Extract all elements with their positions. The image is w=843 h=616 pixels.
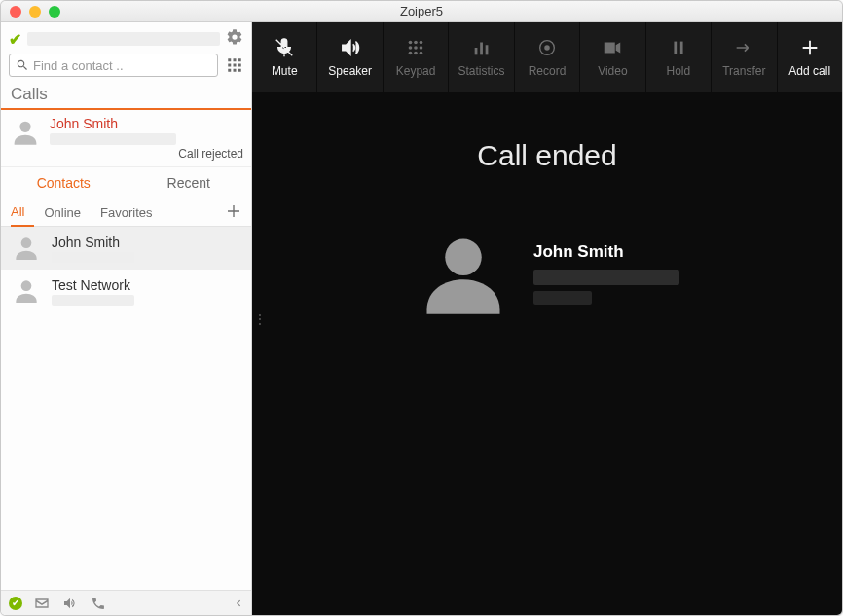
dialpad-button[interactable] xyxy=(226,56,243,74)
svg-rect-1 xyxy=(234,58,237,61)
speaker-button[interactable]: Speaker xyxy=(317,22,383,92)
svg-point-9 xyxy=(19,122,30,132)
svg-point-12 xyxy=(409,41,413,45)
call-contact-name: John Smith xyxy=(50,116,243,131)
svg-point-28 xyxy=(445,239,482,276)
search-icon xyxy=(16,58,29,72)
avatar-icon xyxy=(11,233,42,264)
call-contact-block: John Smith xyxy=(415,225,679,322)
avatar-icon xyxy=(11,275,42,307)
dialpad-icon xyxy=(226,56,243,74)
speaker-icon[interactable] xyxy=(61,596,79,611)
settings-button[interactable] xyxy=(226,28,243,50)
search-input[interactable] xyxy=(33,58,211,73)
account-row: ✔ xyxy=(1,22,251,54)
main-tabs: Contacts Recent xyxy=(1,167,251,199)
tab-contacts[interactable]: Contacts xyxy=(1,167,127,199)
filter-online[interactable]: Online xyxy=(44,199,91,226)
video-button[interactable]: Video xyxy=(580,22,645,92)
transfer-icon xyxy=(733,37,754,58)
gear-icon xyxy=(226,28,243,46)
speaker-loud-icon xyxy=(340,37,361,58)
svg-point-16 xyxy=(414,46,418,50)
call-contact-detail-redacted xyxy=(533,291,592,305)
active-call-row[interactable]: John Smith Call rejected xyxy=(1,110,251,167)
sidebar: ✔ xyxy=(1,22,252,615)
keypad-button[interactable]: Keypad xyxy=(384,22,449,92)
hold-label: Hold xyxy=(667,64,691,78)
svg-rect-7 xyxy=(234,69,237,72)
svg-point-15 xyxy=(409,46,413,50)
svg-point-19 xyxy=(414,52,418,55)
call-contact-number-redacted xyxy=(533,270,679,285)
svg-point-13 xyxy=(414,41,418,45)
contact-detail-redacted xyxy=(52,252,134,263)
svg-rect-0 xyxy=(228,58,231,61)
svg-rect-23 xyxy=(485,45,488,54)
tab-recent[interactable]: Recent xyxy=(127,167,252,199)
collapse-icon[interactable] xyxy=(234,598,243,609)
svg-rect-21 xyxy=(474,48,477,54)
svg-point-10 xyxy=(21,237,32,248)
keypad-label: Keypad xyxy=(396,64,436,78)
video-label: Video xyxy=(598,64,627,78)
add-call-label: Add call xyxy=(788,64,830,78)
record-button[interactable]: Record xyxy=(515,22,580,92)
call-status-heading: Call ended xyxy=(477,139,616,172)
titlebar: Zoiper5 xyxy=(1,1,842,22)
contact-name: John Smith xyxy=(52,235,134,250)
status-bar: ✔ xyxy=(1,590,251,615)
filter-favorites[interactable]: Favorites xyxy=(100,199,162,226)
transfer-label: Transfer xyxy=(722,64,765,78)
svg-rect-2 xyxy=(238,58,241,61)
add-call-button[interactable]: Add call xyxy=(778,22,842,92)
plus-icon xyxy=(799,37,821,58)
account-status-ok-icon: ✔ xyxy=(9,30,21,49)
search-box[interactable] xyxy=(9,54,218,77)
mute-label: Mute xyxy=(272,64,298,78)
svg-rect-22 xyxy=(480,43,483,55)
svg-rect-4 xyxy=(234,64,237,67)
svg-point-20 xyxy=(420,52,423,55)
app-window: Zoiper5 ✔ xyxy=(0,0,843,616)
svg-rect-3 xyxy=(228,64,231,67)
mute-button[interactable]: Mute xyxy=(252,22,317,92)
call-contact-name-large: John Smith xyxy=(533,242,679,262)
svg-point-25 xyxy=(544,45,550,51)
mail-icon[interactable] xyxy=(34,596,50,611)
contact-row[interactable]: John Smith xyxy=(1,227,251,270)
record-label: Record xyxy=(529,64,567,78)
svg-rect-6 xyxy=(228,69,231,72)
statistics-icon xyxy=(471,37,493,58)
hold-button[interactable]: Hold xyxy=(646,22,712,92)
plus-icon xyxy=(226,203,241,219)
svg-point-18 xyxy=(409,52,413,55)
filter-all[interactable]: All xyxy=(11,199,34,227)
call-panel: ⋮ Mute Speaker Keypad Statistics xyxy=(252,22,842,615)
window-title: Zoiper5 xyxy=(1,4,842,18)
calls-section-header: Calls xyxy=(1,83,251,110)
transfer-button[interactable]: Transfer xyxy=(712,22,777,92)
contact-row[interactable]: Test Network xyxy=(1,270,251,312)
call-status-text: Call rejected xyxy=(50,147,243,161)
add-contact-button[interactable] xyxy=(222,202,245,222)
svg-point-11 xyxy=(21,280,32,291)
phone-icon[interactable] xyxy=(91,596,106,611)
statistics-button[interactable]: Statistics xyxy=(449,22,514,92)
svg-rect-5 xyxy=(238,64,241,67)
panel-resize-handle[interactable]: ⋮ xyxy=(254,317,266,321)
video-icon xyxy=(602,37,623,58)
account-label-redacted xyxy=(27,32,220,46)
call-toolbar: Mute Speaker Keypad Statistics Record xyxy=(252,22,842,92)
record-icon xyxy=(536,37,558,58)
contact-name: Test Network xyxy=(52,277,134,293)
hold-icon xyxy=(668,37,689,58)
svg-point-14 xyxy=(420,41,423,45)
speaker-label: Speaker xyxy=(328,64,372,78)
svg-rect-27 xyxy=(680,42,683,54)
statistics-label: Statistics xyxy=(458,64,505,78)
contact-detail-redacted xyxy=(52,295,134,306)
svg-point-17 xyxy=(420,46,423,50)
svg-rect-8 xyxy=(238,69,241,72)
call-contact-number-redacted xyxy=(50,133,176,145)
